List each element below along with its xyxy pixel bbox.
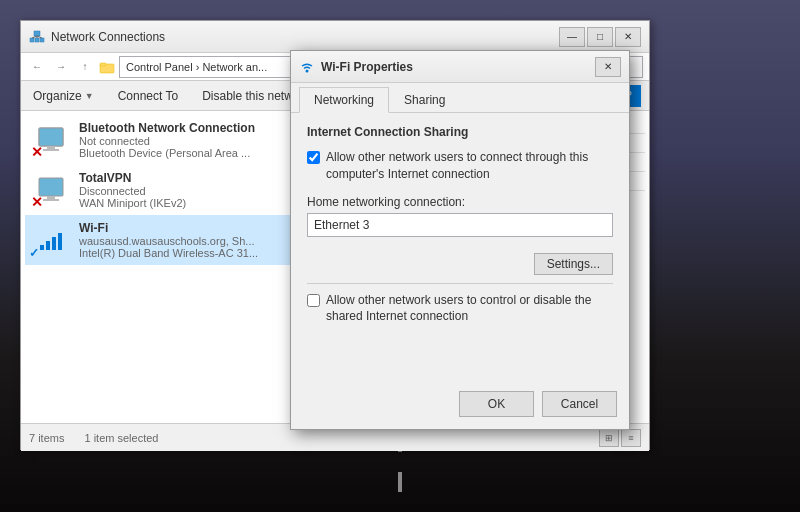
- vpn-icon-container: ✕: [33, 172, 69, 208]
- vpn-conn-name: TotalVPN: [79, 171, 323, 185]
- vpn-x-badge: ✕: [31, 194, 43, 210]
- home-network-label: Home networking connection:: [307, 195, 613, 209]
- items-count: 7 items: [29, 432, 64, 444]
- cancel-button[interactable]: Cancel: [542, 391, 617, 417]
- connect-to-button[interactable]: Connect To: [114, 87, 183, 105]
- statusbar-view-btn-1[interactable]: ⊞: [599, 429, 619, 447]
- svg-rect-8: [100, 63, 106, 66]
- settings-btn-container: Settings...: [307, 253, 613, 275]
- home-network-input[interactable]: [307, 213, 613, 237]
- wifi-connection-item[interactable]: ✓ Wi-Fi wausausd.wausauschools.org, Sh..…: [25, 215, 331, 265]
- svg-rect-15: [43, 199, 59, 201]
- bluetooth-icon-container: ✕: [33, 122, 69, 158]
- allow-sharing-checkbox-row: Allow other network users to connect thr…: [307, 149, 613, 183]
- connections-list: ✕ Bluetooth Network Connection Not conne…: [21, 111, 335, 423]
- x-badge: ✕: [31, 144, 43, 160]
- svg-rect-12: [43, 149, 59, 151]
- wifi-bar-2: [46, 241, 50, 250]
- svg-rect-3: [40, 38, 44, 42]
- wifi-dialog-icon: [299, 59, 315, 75]
- svg-point-16: [306, 69, 309, 72]
- divider: [307, 283, 613, 284]
- svg-rect-2: [35, 38, 39, 42]
- vpn-conn-info: TotalVPN Disconnected WAN Miniport (IKEv…: [79, 171, 323, 209]
- nc-title-left: Network Connections: [29, 29, 165, 45]
- tab-sharing[interactable]: Sharing: [389, 87, 460, 113]
- maximize-button[interactable]: □: [587, 27, 613, 47]
- wifi-conn-info: Wi-Fi wausausd.wausauschools.org, Sh... …: [79, 221, 323, 259]
- check-badge: ✓: [29, 246, 39, 260]
- wifi-bar-4: [58, 233, 62, 250]
- dialog-tabs: Networking Sharing: [291, 83, 629, 113]
- bluetooth-conn-status: Not connected: [79, 135, 293, 147]
- tab-networking[interactable]: Networking: [299, 87, 389, 113]
- nc-title-text: Network Connections: [51, 30, 165, 44]
- wifi-conn-status: wausausd.wausauschools.org, Sh...: [79, 235, 323, 247]
- wifi-bar-1: [40, 245, 44, 250]
- organize-dropdown-icon: ▼: [85, 91, 94, 101]
- selected-count: 1 item selected: [84, 432, 158, 444]
- vpn-conn-device: WAN Miniport (IKEv2): [79, 197, 323, 209]
- close-button[interactable]: ✕: [615, 27, 641, 47]
- allow-sharing-label[interactable]: Allow other network users to connect thr…: [326, 149, 613, 183]
- dialog-close-button[interactable]: ✕: [595, 57, 621, 77]
- nc-titlebar: Network Connections — □ ✕: [21, 21, 649, 53]
- svg-line-6: [37, 36, 42, 38]
- svg-line-4: [32, 36, 37, 38]
- back-button[interactable]: ←: [27, 57, 47, 77]
- wifi-conn-name: Wi-Fi: [79, 221, 323, 235]
- dialog-title-text: Wi-Fi Properties: [321, 60, 413, 74]
- dialog-buttons: OK Cancel: [459, 391, 617, 417]
- vpn-conn-status: Disconnected: [79, 185, 323, 197]
- allow-sharing-checkbox[interactable]: [307, 151, 320, 164]
- statusbar-view-btn-2[interactable]: ≡: [621, 429, 641, 447]
- bluetooth-conn-name: Bluetooth Network Connection: [79, 121, 293, 135]
- bluetooth-conn-info: Bluetooth Network Connection Not connect…: [79, 121, 293, 159]
- svg-rect-11: [47, 146, 55, 149]
- wifi-properties-dialog: Wi-Fi Properties ✕ Networking Sharing In…: [290, 50, 630, 430]
- wifi-icon-container: ✓: [33, 222, 69, 258]
- allow-control-label[interactable]: Allow other network users to control or …: [326, 292, 613, 326]
- bluetooth-connection-item[interactable]: ✕ Bluetooth Network Connection Not conne…: [25, 115, 331, 165]
- wifi-conn-device: Intel(R) Dual Band Wireless-AC 31...: [79, 247, 323, 259]
- forward-button[interactable]: →: [51, 57, 71, 77]
- desktop: Network Connections — □ ✕ ← → ↑ Control …: [0, 0, 800, 512]
- wifi-bars: [40, 230, 62, 250]
- up-button[interactable]: ↑: [75, 57, 95, 77]
- wifi-bar-3: [52, 237, 56, 250]
- bluetooth-conn-device: Bluetooth Device (Personal Area ...: [79, 147, 293, 159]
- allow-control-checkbox[interactable]: [307, 294, 320, 307]
- svg-rect-14: [47, 196, 55, 199]
- organize-menu[interactable]: Organize ▼: [29, 87, 98, 105]
- settings-button[interactable]: Settings...: [534, 253, 613, 275]
- svg-rect-1: [30, 38, 34, 42]
- dialog-content: Internet Connection Sharing Allow other …: [291, 113, 629, 349]
- folder-icon: [99, 59, 115, 75]
- dialog-title-left: Wi-Fi Properties: [299, 59, 413, 75]
- svg-rect-0: [34, 31, 40, 36]
- network-connections-icon: [29, 29, 45, 45]
- sharing-section-title: Internet Connection Sharing: [307, 125, 613, 139]
- dialog-titlebar: Wi-Fi Properties ✕: [291, 51, 629, 83]
- nc-win-controls: — □ ✕: [559, 27, 641, 47]
- ok-button[interactable]: OK: [459, 391, 534, 417]
- allow-control-checkbox-row: Allow other network users to control or …: [307, 292, 613, 326]
- totalvpn-connection-item[interactable]: ✕ TotalVPN Disconnected WAN Miniport (IK…: [25, 165, 331, 215]
- minimize-button[interactable]: —: [559, 27, 585, 47]
